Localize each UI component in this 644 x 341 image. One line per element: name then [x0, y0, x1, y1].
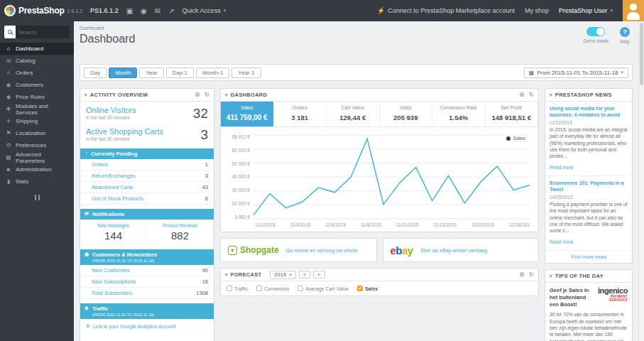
- kpi-conversion-rate[interactable]: Conversion Rate 1.54%: [432, 102, 486, 126]
- y-tick: 66 912 €: [229, 134, 250, 139]
- chevron-down-icon[interactable]: ▾: [550, 92, 552, 98]
- ingenico-logo[interactable]: ingenico PAYMENT SERVICES: [592, 287, 628, 308]
- ebay-link[interactable]: Start uw eBay-winkel vandaag: [420, 248, 487, 253]
- range-day[interactable]: Day: [84, 67, 107, 78]
- pending-row[interactable]: Return/Exchanges 3: [80, 170, 214, 182]
- notifications-header: ✉ Notifications: [80, 209, 214, 220]
- news-headline[interactable]: Using social media for your business: 4 …: [550, 105, 628, 118]
- customers-row[interactable]: New Subscriptions 18: [80, 276, 214, 288]
- customers-row[interactable]: New Customers 90: [80, 265, 214, 276]
- sidebar-item-localization[interactable]: ⚑ Localization: [0, 127, 74, 139]
- sidebar-item-preferences[interactable]: ⚙ Preferences: [0, 139, 74, 151]
- sidebar-item-modules-and-services[interactable]: ✚ Modules and Services: [0, 103, 74, 115]
- customers-icon[interactable]: ◉: [141, 7, 147, 15]
- shopgate-link[interactable]: Ga mobiel en verhoog uw omzet: [286, 248, 358, 253]
- sidebar-item-customers[interactable]: ◉ Customers: [0, 79, 74, 91]
- checkbox-icon: [227, 286, 232, 291]
- x-tick: 11/6/2015: [325, 222, 345, 227]
- refresh-icon[interactable]: ↻: [529, 92, 534, 98]
- main-content: Dashboard Dashboard Demo mode ? Help Day…: [74, 21, 638, 341]
- quick-access-menu[interactable]: Quick Access ▾: [182, 7, 227, 14]
- collapse-sidebar-icon[interactable]: [30, 195, 44, 200]
- forecast-year-select[interactable]: 2015 ▾: [270, 271, 296, 279]
- user-menu[interactable]: PrestaShop User ▾: [559, 7, 613, 14]
- messages-icon[interactable]: ✉: [155, 7, 160, 15]
- sidebar-item-orders[interactable]: ≡ Orders: [0, 67, 74, 79]
- chevron-down-icon[interactable]: ▾: [84, 92, 87, 98]
- range-year-1[interactable]: Year-1: [231, 67, 261, 78]
- legend-sales[interactable]: Sales: [357, 286, 378, 291]
- gear-icon[interactable]: ⚙: [520, 92, 525, 98]
- find-more-news-link[interactable]: Find more news: [545, 251, 632, 263]
- chart-legend-label: Sales: [513, 136, 525, 141]
- cart-icon[interactable]: ▣: [126, 7, 133, 15]
- envelope-icon: ✉: [84, 211, 89, 217]
- read-more-link[interactable]: Read more: [550, 239, 574, 244]
- read-more-link[interactable]: Read more: [550, 165, 574, 170]
- customers-row[interactable]: Total Subscribers 1308: [80, 288, 214, 299]
- search-input[interactable]: [16, 29, 70, 36]
- range-month[interactable]: Month: [109, 67, 137, 78]
- forecast-next-button[interactable]: »: [313, 271, 324, 278]
- help-label: Help: [620, 39, 630, 44]
- gear-icon[interactable]: ⚙: [520, 271, 525, 278]
- prestashop-logo[interactable]: PrestaShop 1.6.1.2: [4, 5, 82, 16]
- shop-name[interactable]: PS1.6.1.2: [90, 7, 119, 14]
- marketplace-link[interactable]: ⚡ Connect to PrestaShop Marketplace acco…: [377, 7, 515, 14]
- forecast-panel-title: FORECAST: [231, 271, 262, 278]
- kpi-cart-value[interactable]: Cart Value 129,44 €: [327, 102, 380, 126]
- activity-metric: Active Shopping Carts in the last 30 min…: [80, 123, 214, 144]
- ebay-logo[interactable]: ebay: [391, 244, 413, 256]
- shopgate-logo[interactable]: ▾ Shopgate: [228, 245, 279, 255]
- sidebar-item-dashboard[interactable]: ⌂ Dashboard: [0, 43, 74, 55]
- chevron-down-icon[interactable]: ▾: [225, 92, 228, 98]
- kpi-visits[interactable]: Visits 205 939: [380, 102, 433, 126]
- refresh-icon[interactable]: ↻: [204, 92, 209, 98]
- avatar[interactable]: [623, 0, 644, 21]
- scrollbar-thumb[interactable]: [640, 23, 643, 85]
- pending-row[interactable]: Orders 1: [80, 159, 214, 170]
- sidebar-item-advanced-parameters[interactable]: ▦ Advanced Parameters: [0, 151, 74, 163]
- gear-icon[interactable]: ⚙: [195, 92, 200, 98]
- notification-cell[interactable]: New Messages 144: [80, 220, 147, 245]
- date-range-value: From 2015-11-01 To 2015-11-18: [537, 70, 618, 76]
- y-tick: 30 000 €: [229, 188, 250, 193]
- news-headline[interactable]: Ecommerce 101: Payments in a Tweet: [550, 180, 628, 193]
- date-range-picker[interactable]: ▦ From 2015-11-01 To 2015-11-18 ▾: [524, 67, 628, 78]
- legend-conversion[interactable]: Conversion: [256, 286, 289, 291]
- sidebar-item-administration[interactable]: ■ Administration: [0, 163, 74, 175]
- notification-cell[interactable]: Product Reviews 882: [147, 220, 214, 245]
- chart-legend[interactable]: Sales: [506, 136, 525, 141]
- my-shop-link[interactable]: My shop: [525, 7, 549, 14]
- activity-overview-title: ACTIVITY OVERVIEW: [90, 92, 148, 98]
- legend-average-cart-value[interactable]: Average Cart Value: [298, 286, 348, 291]
- range-day-1[interactable]: Day-1: [166, 67, 194, 78]
- sidebar-item-catalog[interactable]: ⊞ Catalog: [0, 55, 74, 67]
- range-year[interactable]: Year: [139, 67, 163, 78]
- sidebar-item-stats[interactable]: ▮ Stats: [0, 175, 74, 188]
- chevron-down-icon[interactable]: ▾: [225, 272, 228, 278]
- help-icon[interactable]: ?: [620, 27, 630, 37]
- google-analytics-link[interactable]: ⊕ Link to your Google Analytics account: [80, 319, 214, 333]
- y-tick: 60 000 €: [229, 148, 250, 153]
- news-date: 14/05/2015: [550, 195, 628, 200]
- kpi-net-profit[interactable]: Net Profit 148 918,51 €: [486, 102, 539, 126]
- kpi-orders[interactable]: Orders 3 181: [274, 102, 327, 126]
- range-month-1[interactable]: Month-1: [196, 67, 229, 78]
- forecast-prev-button[interactable]: «: [299, 271, 310, 278]
- sidebar-item-price-rules[interactable]: ◆ Price Rules: [0, 91, 74, 103]
- legend-traffic[interactable]: Traffic: [227, 286, 248, 291]
- kpi-sales[interactable]: Sales 411 759,00 €: [221, 102, 274, 126]
- demo-mode-toggle[interactable]: [586, 27, 605, 36]
- link-icon: ⊕: [86, 323, 90, 329]
- sidebar-item-shipping[interactable]: ✈ Shipping: [0, 115, 74, 127]
- notifications-columns: New Messages 144 Product Reviews 882: [80, 220, 214, 245]
- rocket-icon[interactable]: ↗: [168, 7, 174, 15]
- pending-row[interactable]: Out of Stock Products 6: [80, 193, 214, 205]
- demo-mode-label: Demo mode: [584, 38, 608, 43]
- x-tick: 11/4/2015: [290, 222, 310, 227]
- refresh-icon[interactable]: ↻: [529, 271, 534, 278]
- search-button[interactable]: [4, 26, 16, 38]
- chevron-down-icon[interactable]: ▾: [550, 274, 552, 279]
- pending-row[interactable]: Abandoned Carts 43: [80, 182, 214, 193]
